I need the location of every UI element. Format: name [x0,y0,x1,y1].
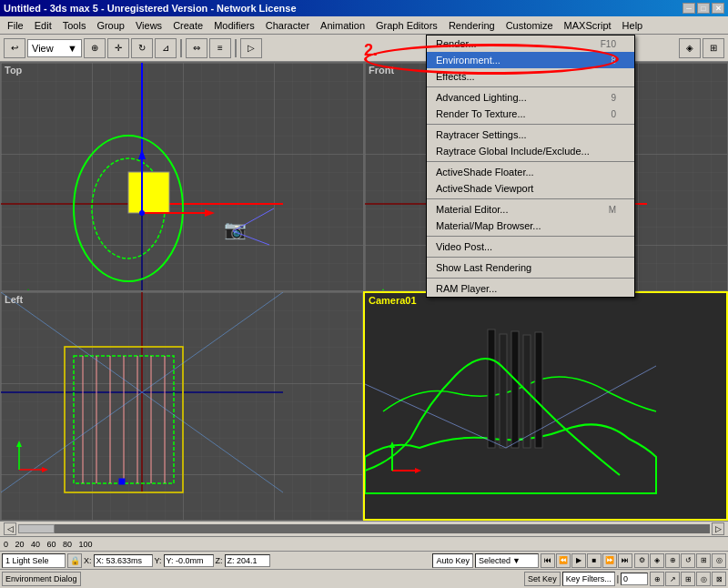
anim-prev[interactable]: ⏪ [556,553,571,568]
menu-character[interactable]: Character [260,16,315,34]
lock-icon[interactable]: 🔒 [67,553,82,568]
menu-item-video-post[interactable]: Video Post... [427,238,634,255]
status-row-2: Environment Dialog Set Key Key Filters..… [0,570,728,588]
menu-animation[interactable]: Animation [315,16,370,34]
menu-item-activeshade-viewport[interactable]: ActiveShade Viewport [427,180,634,197]
menu-customize[interactable]: Customize [500,16,559,34]
toolbar-move[interactable]: ✛ [107,38,129,58]
close-button[interactable]: ✕ [712,3,724,14]
timeline-track[interactable] [18,524,710,533]
window-controls: ─ □ ✕ [682,3,724,14]
menu-tools[interactable]: Tools [57,16,92,34]
separator-3 [427,161,634,162]
svg-rect-33 [1,292,362,520]
menu-rendering[interactable]: Rendering [443,16,500,34]
anim-next-next[interactable]: ⏭ [618,553,632,568]
timeline-numbers: 0 20 40 60 80 100 [0,537,728,552]
minimize-button[interactable]: ─ [682,3,695,14]
menu-create[interactable]: Create [167,16,208,34]
icon-6[interactable]: ◎ [712,553,726,568]
icon-4[interactable]: ↺ [681,553,695,568]
menu-item-activeshade-floater[interactable]: ActiveShade Floater... [427,164,634,180]
toolbar-undo[interactable]: ↩ [4,38,25,58]
separator-4 [427,198,634,199]
viewport-left-label: Left [5,294,23,305]
viewport-camera-svg [365,293,726,519]
anim-stop[interactable]: ■ [587,553,602,568]
menu-item-environment[interactable]: Environment... 8 [427,52,634,68]
menu-item-show-last-rendering[interactable]: Show Last Rendering [427,259,634,276]
menu-item-ram-player[interactable]: RAM Player... [427,280,634,297]
menu-item-render-to-texture[interactable]: Render To Texture... 0 [427,106,634,122]
icon-2[interactable]: ◈ [650,553,664,568]
environment-dialog-label: Environment Dialog [2,572,81,586]
y-field[interactable]: Y: -0.0mm [164,554,214,567]
icon-5[interactable]: ⊞ [696,553,711,568]
menu-item-material-editor[interactable]: Material Editor... M [427,201,634,218]
right-icons-2: ⊕ ↗ ⊞ ◎ ⊠ [650,572,726,586]
auto-key-field: Auto Key [432,553,473,568]
svg-rect-56 [365,293,726,519]
selected-dropdown[interactable]: Selected ▼ [475,553,539,568]
anim-prev-prev[interactable]: ⏮ [541,553,555,568]
viewport-front-label: Front [369,65,394,76]
menu-item-raytrace-global[interactable]: Raytrace Global Include/Exclude... [427,143,634,159]
menu-graph-editors[interactable]: Graph Editors [370,16,443,34]
menu-edit[interactable]: Edit [29,16,57,34]
toolbar-render[interactable]: ▷ [240,38,262,58]
key-filters-btn[interactable]: Key Filters... [562,572,615,586]
viewport-left[interactable]: Left [0,291,363,521]
icon-b3[interactable]: ⊞ [681,572,695,586]
menu-help[interactable]: Help [617,16,649,34]
viewport-left-svg [1,292,362,520]
viewport-camera[interactable]: Camera01 [363,291,728,521]
frame-field[interactable]: 0 [621,573,648,585]
menu-file[interactable]: File [2,16,29,34]
viewport-top-svg: 📷 [1,63,363,290]
selected-chevron: ▼ [512,556,521,565]
toolbar-right-1[interactable]: ◈ [679,38,701,58]
title-bar: Untitled - 3ds max 5 - Unregistered Vers… [0,0,728,16]
menu-views[interactable]: Views [130,16,167,34]
menu-item-material-map-browser[interactable]: Material/Map Browser... [427,218,634,234]
svg-point-17 [139,210,145,216]
menu-modifiers[interactable]: Modifiers [208,16,260,34]
icon-b2[interactable]: ↗ [665,572,680,586]
toolbar-scale[interactable]: ⊿ [155,38,177,58]
svg-rect-50 [119,479,125,484]
icon-b1[interactable]: ⊕ [650,572,664,586]
viewport-top-label: Top [5,65,22,76]
toolbar-align[interactable]: ≡ [209,38,231,58]
x-field[interactable]: X: 53.633ms [94,554,153,567]
timeline-back-btn[interactable]: ◁ [4,522,16,535]
icon-1[interactable]: ⚙ [634,553,649,568]
icon-3[interactable]: ⊕ [665,553,680,568]
menu-item-render[interactable]: Render... F10 [427,35,634,52]
separator-1 [180,39,182,57]
svg-rect-8 [128,172,169,213]
toolbar-rotate[interactable]: ↻ [131,38,153,58]
toolbar-right-2[interactable]: ⊞ [703,38,724,58]
toolbar-mirror[interactable]: ⇔ [186,38,207,58]
toolbar-select[interactable]: ⊕ [84,38,106,58]
timeline-fwd-btn[interactable]: ▷ [712,522,724,535]
svg-rect-59 [511,331,519,448]
maximize-button[interactable]: □ [697,3,710,14]
anim-play[interactable]: ▶ [571,553,586,568]
view-dropdown[interactable]: View ▼ [27,39,82,57]
icon-b5[interactable]: ⊠ [712,572,726,586]
set-key-btn[interactable]: Set Key [524,572,561,586]
viewport-top[interactable]: Top [0,62,364,291]
icon-b4[interactable]: ◎ [696,572,711,586]
svg-rect-58 [500,334,507,448]
menu-group[interactable]: Group [91,16,130,34]
z-label: Z: [216,556,223,565]
timeline-area: ◁ ▷ [0,521,728,537]
anim-next[interactable]: ⏩ [602,553,617,568]
z-field[interactable]: Z: 204.1 [225,554,270,567]
menu-item-raytracer[interactable]: Raytracer Settings... [427,127,634,143]
menu-item-advanced-lighting[interactable]: Advanced Lighting... 9 [427,89,634,106]
menu-maxscript[interactable]: MAXScript [559,16,617,34]
menu-item-effects[interactable]: Effects... [427,68,634,85]
anim-controls: ⏮ ⏪ ▶ ■ ⏩ ⏭ [541,553,632,568]
